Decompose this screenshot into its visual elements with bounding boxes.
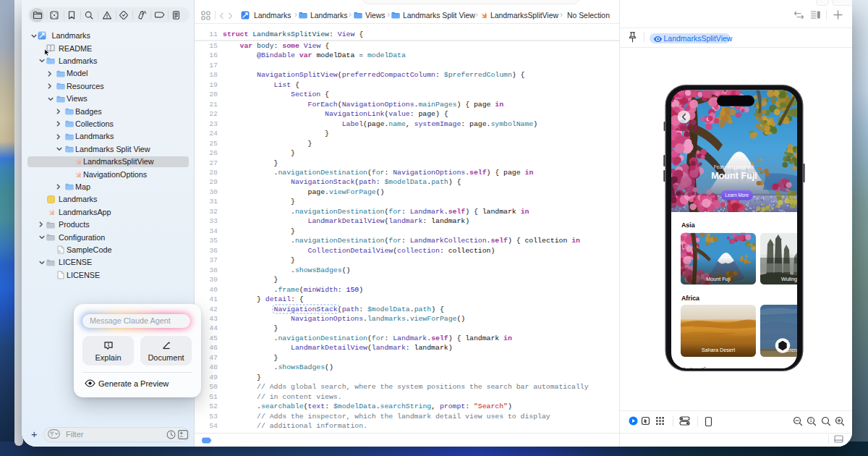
- svg-text:Wuling: Wuling: [781, 276, 797, 282]
- svg-text:Sahara Desert: Sahara Desert: [702, 347, 735, 353]
- svg-text:Asia: Asia: [681, 221, 695, 229]
- svg-text:Mount Fuji: Mount Fuji: [711, 171, 757, 181]
- svg-text:1: 1: [809, 418, 812, 423]
- svg-text:Featured Landmark: Featured Landmark: [714, 164, 755, 169]
- svg-text:Mount Fuji: Mount Fuji: [706, 276, 731, 282]
- svg-text:Learn More: Learn More: [725, 193, 749, 198]
- svg-text:Africa: Africa: [681, 295, 699, 302]
